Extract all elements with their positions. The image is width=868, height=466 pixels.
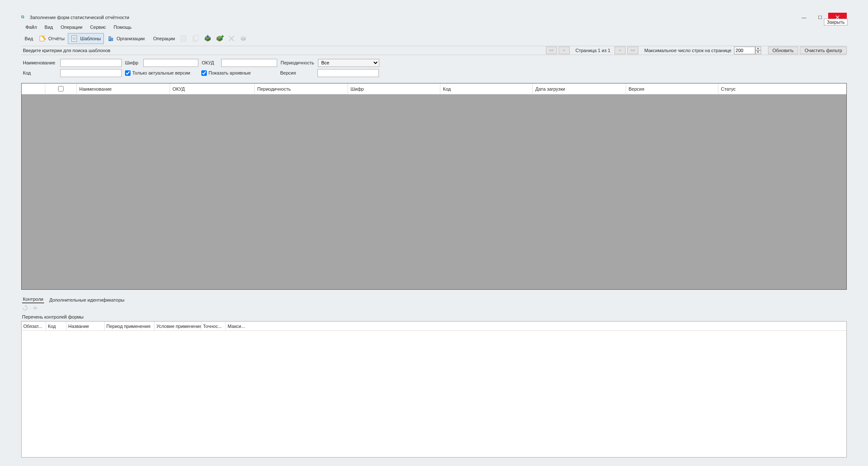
- maxrows-spinner[interactable]: ▲ ▼: [755, 47, 761, 54]
- svg-rect-10: [110, 39, 111, 39]
- criteria-kod-label: Код: [23, 70, 57, 75]
- criteria-shifr-label: Шифр: [125, 60, 140, 65]
- clear-filter-button[interactable]: Очистить фильтр: [800, 47, 847, 54]
- criteria-okud-input[interactable]: [221, 59, 277, 67]
- menu-operations[interactable]: Операции: [57, 24, 86, 31]
- maxrows-input[interactable]: [734, 47, 755, 54]
- criteria-panel: Наименование Шифр ОКУД Периодичность Все…: [21, 55, 847, 79]
- refresh-mini-icon[interactable]: [22, 305, 29, 312]
- pencil-paper-icon: [39, 35, 47, 42]
- criteria-name-label: Наименование: [23, 60, 57, 65]
- grid-col-date[interactable]: Дата загрузки: [533, 83, 626, 94]
- svg-rect-9: [109, 39, 110, 39]
- ctrl-col-apply-condition[interactable]: Условие применения: [155, 322, 201, 330]
- lower-tabs: Контроли Дополнительные идентификаторы: [21, 294, 847, 303]
- grid-header-row: Наименование ОКУД Периодичность Шифр Код…: [22, 83, 846, 94]
- form-icon: [71, 35, 78, 42]
- pager-prev-button[interactable]: <: [559, 47, 570, 54]
- gray-cube-icon: [239, 34, 248, 43]
- grid-col-period[interactable]: Периодичность: [255, 83, 348, 94]
- toolbar-templates-button[interactable]: Шаблоны: [68, 33, 104, 44]
- ctrl-col-kod[interactable]: Код: [46, 322, 67, 330]
- delete-x-icon: [228, 35, 235, 42]
- app-icon: ⧉: [21, 14, 27, 20]
- toolbar-reports-button[interactable]: Отчёты: [36, 33, 67, 44]
- grid-col-blank: [22, 83, 45, 94]
- pager-first-button[interactable]: <<: [546, 47, 557, 54]
- toolbar-orgs-button[interactable]: Организации: [105, 33, 147, 44]
- criteria-only-actual-label: Только актуальные версии: [132, 70, 190, 75]
- toolbar: Вид Отчёты Шаблоны Организации Операции: [21, 32, 847, 45]
- grid-col-okud[interactable]: ОКУД: [170, 83, 255, 94]
- criteria-only-actual-checkbox[interactable]: [125, 70, 131, 76]
- criteria-shifr-input[interactable]: [143, 59, 198, 67]
- criteria-okud-label: ОКУД: [202, 60, 218, 65]
- toolbar-op1-button[interactable]: [178, 33, 189, 44]
- toolbar-reports-label: Отчёты: [48, 36, 64, 41]
- criteria-name-input[interactable]: [60, 59, 122, 67]
- box-out-icon: [215, 34, 224, 43]
- menu-help[interactable]: Помощь: [110, 24, 135, 31]
- ctrl-col-apply-period[interactable]: Период применения: [105, 322, 155, 330]
- criteria-period-select[interactable]: Все: [318, 59, 379, 67]
- svg-rect-25: [34, 309, 36, 310]
- building-icon: [107, 35, 115, 42]
- ctrl-col-max[interactable]: Макси...: [226, 322, 249, 330]
- doc-ghost-icon: [180, 34, 188, 43]
- toolbar-delete-button[interactable]: [226, 33, 237, 44]
- toolbar-orgs-label: Организации: [117, 36, 145, 41]
- print-mini-icon[interactable]: [32, 305, 39, 312]
- controls-grid-header: Обязат... Код Название Период применения…: [22, 322, 846, 331]
- svg-rect-5: [108, 36, 111, 41]
- criteria-version-input[interactable]: [317, 69, 379, 77]
- minimize-button[interactable]: —: [796, 13, 812, 22]
- ctrl-col-precision[interactable]: Точнос...: [201, 322, 226, 330]
- svg-rect-7: [109, 37, 110, 38]
- grid-col-name[interactable]: Наименование: [77, 83, 170, 94]
- criteria-kod-input[interactable]: [60, 69, 122, 77]
- tab-extra-ids[interactable]: Дополнительные идентификаторы: [48, 297, 125, 303]
- grid-col-kod[interactable]: Код: [440, 83, 533, 94]
- filter-bar: Введите критерии для поиска шаблонов << …: [21, 46, 847, 55]
- ctrl-col-name[interactable]: Название: [67, 322, 105, 330]
- app-window: ⧉ Заполнение форм статистической отчётно…: [0, 0, 868, 466]
- lower-header-text: Перечень контролей формы: [21, 313, 847, 321]
- criteria-version-label: Версия: [280, 70, 314, 75]
- lower-sub-toolbar: [21, 303, 847, 313]
- pager-last-button[interactable]: >>: [627, 47, 638, 54]
- controls-grid: Обязат... Код Название Период применения…: [21, 321, 847, 458]
- grid-select-all-checkbox[interactable]: [58, 86, 64, 92]
- tab-controls[interactable]: Контроли: [22, 296, 44, 303]
- menu-service[interactable]: Сервис: [86, 24, 109, 31]
- grid-col-ver[interactable]: Версия: [626, 83, 718, 94]
- toolbar-box-in-button[interactable]: [202, 33, 213, 44]
- docs-ghost-icon: [192, 34, 200, 43]
- pager-next-button[interactable]: >: [615, 47, 626, 54]
- criteria-show-archive-label: Показать архивные: [209, 70, 251, 75]
- spinner-up-icon[interactable]: ▲: [755, 47, 761, 50]
- toolbar-cube-button[interactable]: [238, 33, 249, 44]
- close-tooltip: Закрыть: [824, 19, 848, 25]
- toolbar-templates-label: Шаблоны: [80, 36, 101, 41]
- svg-rect-6: [111, 38, 113, 41]
- toolbar-op2-button[interactable]: [190, 33, 201, 44]
- toolbar-group-ops: Операции: [151, 36, 178, 41]
- refresh-button[interactable]: Обновить: [768, 47, 798, 54]
- toolbar-box-out-button[interactable]: [214, 33, 225, 44]
- ctrl-col-obligatory[interactable]: Обязат...: [22, 322, 46, 330]
- menu-view[interactable]: Вид: [41, 24, 56, 31]
- titlebar: ⧉ Заполнение форм статистической отчётно…: [21, 13, 847, 22]
- svg-rect-24: [34, 306, 36, 307]
- menubar: Файл Вид Операции Сервис Помощь: [21, 23, 847, 31]
- grid-col-shifr[interactable]: Шифр: [348, 83, 440, 94]
- pager-text: Страница 1 из 1: [576, 48, 610, 53]
- filter-hint: Введите критерии для поиска шаблонов: [21, 48, 110, 53]
- grid-col-status[interactable]: Статус: [718, 83, 846, 94]
- window-title: Заполнение форм статистической отчётност…: [30, 15, 129, 20]
- spinner-down-icon[interactable]: ▼: [755, 50, 761, 54]
- maxrows-label: Максимальное число строк на странице: [644, 48, 731, 53]
- menu-file[interactable]: Файл: [22, 24, 40, 31]
- templates-grid: Наименование ОКУД Периодичность Шифр Код…: [21, 83, 847, 290]
- grid-col-checkbox[interactable]: [45, 83, 77, 94]
- criteria-show-archive-checkbox[interactable]: [201, 70, 207, 76]
